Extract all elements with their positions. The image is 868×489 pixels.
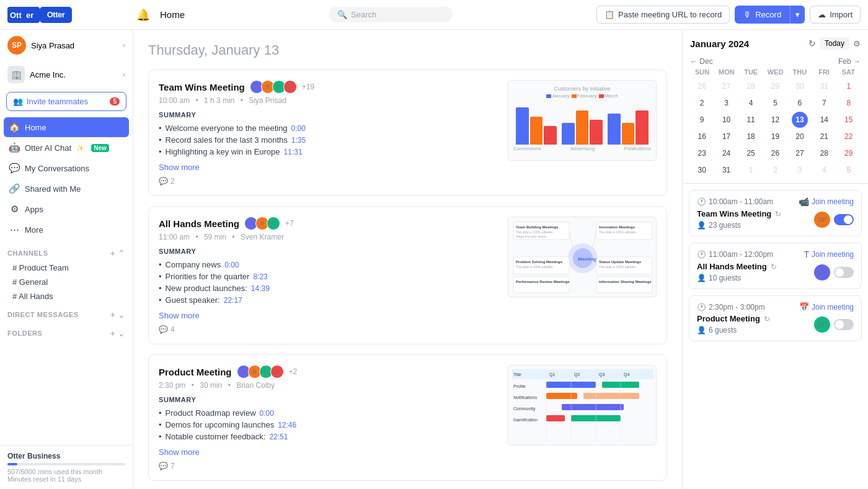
next-month-link[interactable]: Feb → (838, 57, 861, 66)
svg-text:Q1: Q1 (549, 372, 555, 377)
calendar-day[interactable]: 23 (694, 145, 710, 161)
calendar-day[interactable]: 9 (694, 112, 710, 128)
add-channel-button[interactable]: + (110, 248, 115, 258)
meeting-title-team-wins[interactable]: Team Wins Meeting (159, 82, 245, 92)
calendar-day[interactable]: 5 (767, 95, 783, 111)
calendar-day[interactable]: 29 (841, 145, 857, 161)
summary-item[interactable]: Company news 0:00 (159, 259, 498, 271)
calendar-day[interactable]: 28 (743, 78, 759, 94)
calendar-settings-button[interactable]: ⚙ (853, 39, 861, 48)
calendar-day[interactable]: 2 (767, 162, 783, 178)
bell-button[interactable]: 🔔 (136, 8, 150, 22)
summary-item[interactable]: New product launches: 14:39 (159, 282, 498, 294)
channel-product-team[interactable]: # Product Team (7, 261, 125, 275)
sidebar-org[interactable]: 🏢 Acme Inc. › (0, 61, 133, 88)
summary-item[interactable]: Notable customer feedback: 22:51 (159, 431, 498, 442)
calendar-day[interactable]: 3 (792, 162, 808, 178)
calendar-day[interactable]: 27 (719, 78, 735, 94)
calendar-refresh-button[interactable]: ↻ (808, 38, 816, 48)
join-meeting-link-all-hands[interactable]: T Join meeting (804, 249, 854, 259)
calendar-day[interactable]: 2 (694, 95, 710, 111)
schedule-event-all-hands: 🕐 11:00am - 12:00pm T Join meeting All H… (689, 243, 862, 289)
add-folder-button[interactable]: + (110, 328, 115, 338)
collapse-folders-button[interactable]: ⌄ (118, 328, 125, 338)
calendar-day[interactable]: 15 (841, 112, 857, 128)
calendar-day[interactable]: 29 (767, 78, 783, 94)
calendar-day[interactable]: 17 (719, 128, 735, 145)
channel-general[interactable]: # General (7, 275, 125, 289)
search-bar[interactable]: 🔍 Search (329, 7, 453, 22)
summary-item[interactable]: Priorities for the quarter 8:23 (159, 271, 498, 282)
toggle-all-hands[interactable] (834, 267, 854, 278)
calendar-day[interactable]: 18 (743, 128, 759, 145)
invite-teammates-button[interactable]: 👥 Invite teammates 5 (6, 92, 126, 111)
today-button[interactable]: Today (820, 37, 849, 50)
join-meeting-link-team-wins[interactable]: 📹 Join meeting (799, 197, 854, 207)
sidebar-item-apps[interactable]: ⚙ Apps (4, 199, 129, 219)
record-button[interactable]: 🎙 Record (735, 6, 790, 24)
calendar-day[interactable]: 14 (816, 112, 832, 128)
comment-icon: 💬 (159, 462, 168, 470)
calendar-day[interactable]: 13 (792, 112, 808, 128)
show-more-product[interactable]: Show more (159, 447, 200, 457)
meeting-title-all-hands[interactable]: All Hands Meeting (159, 218, 239, 229)
calendar-day[interactable]: 7 (816, 95, 832, 111)
prev-month-link[interactable]: ← Dec (690, 57, 713, 66)
calendar-day[interactable]: 22 (841, 128, 857, 145)
add-dm-button[interactable]: + (110, 310, 115, 320)
calendar-day[interactable]: 31 (719, 162, 735, 178)
meeting-title-product[interactable]: Product Meeting (159, 367, 232, 377)
calendar-day[interactable]: 26 (694, 78, 710, 94)
calendar-day[interactable]: 27 (792, 145, 808, 161)
channel-all-hands[interactable]: # All Hands (7, 289, 125, 303)
summary-item[interactable]: Record sales for the last 3 months 1:35 (159, 134, 498, 146)
calendar-day[interactable]: 4 (743, 95, 759, 111)
join-meeting-link-product[interactable]: 📅 Join meeting (799, 302, 854, 312)
calendar-day[interactable]: 10 (719, 112, 735, 128)
calendar-day[interactable]: 1 (841, 78, 857, 94)
summary-items-all-hands: Company news 0:00 Priorities for the qua… (159, 259, 498, 306)
collapse-channels-button[interactable]: ⌃ (118, 248, 125, 258)
summary-item[interactable]: Demos for upcoming launches 12:46 (159, 419, 498, 431)
sidebar-user[interactable]: SP Siya Prasad › (0, 30, 133, 61)
summary-item[interactable]: Product Roadmap review 0:00 (159, 407, 498, 419)
collapse-dm-button[interactable]: ⌄ (118, 310, 125, 320)
calendar-day[interactable]: 3 (719, 95, 735, 111)
toggle-team-wins[interactable] (834, 214, 854, 225)
calendar-day[interactable]: 4 (816, 162, 832, 178)
show-more-team-wins[interactable]: Show more (159, 163, 200, 172)
sidebar-item-my-conversations[interactable]: 💬 My Conversations (4, 158, 129, 178)
show-more-all-hands[interactable]: Show more (159, 311, 200, 320)
calendar-day[interactable]: 21 (816, 128, 832, 145)
calendar-day[interactable]: 30 (694, 162, 710, 178)
calendar-day[interactable]: 19 (767, 128, 783, 145)
toggle-product[interactable] (834, 319, 854, 330)
calendar-day[interactable]: 16 (694, 128, 710, 145)
logo[interactable]: O ‥ Ott er Otter (7, 6, 131, 24)
sidebar-item-more[interactable]: ⋯ More (4, 220, 129, 240)
calendar-day[interactable]: 11 (743, 112, 759, 128)
summary-item[interactable]: Welcome everyone to the meeting 0:00 (159, 122, 498, 134)
sidebar-item-shared-with-me[interactable]: 🔗 Shared with Me (4, 179, 129, 199)
calendar-day[interactable]: 30 (792, 78, 808, 94)
calendar-day[interactable]: 5 (841, 162, 857, 178)
calendar-day[interactable]: 28 (816, 145, 832, 161)
svg-text:Q2: Q2 (574, 372, 580, 377)
paste-url-button[interactable]: 📋 Paste meeting URL to record (596, 6, 730, 24)
calendar-day[interactable]: 24 (719, 145, 735, 161)
calendar-day[interactable]: 6 (792, 95, 808, 111)
calendar-day[interactable]: 26 (767, 145, 783, 161)
record-dropdown-button[interactable]: ▾ (790, 6, 805, 24)
calendar-day[interactable]: 1 (743, 162, 759, 178)
sidebar-item-home[interactable]: 🏠 Home (4, 117, 129, 137)
calendar-day[interactable]: 8 (841, 95, 857, 111)
svg-text:Adapt it to your needs...: Adapt it to your needs... (516, 235, 549, 238)
summary-item[interactable]: Guest speaker: 22:17 (159, 294, 498, 306)
calendar-day[interactable]: 12 (767, 112, 783, 128)
summary-item[interactable]: Highlighting a key win in Europe 11:31 (159, 146, 498, 158)
calendar-day[interactable]: 25 (743, 145, 759, 161)
sidebar-item-otter-ai-chat[interactable]: 🤖 Otter AI Chat ✨ New (4, 138, 129, 158)
calendar-day[interactable]: 31 (816, 78, 832, 94)
import-button[interactable]: ☁ Import (810, 6, 861, 24)
calendar-day[interactable]: 20 (792, 128, 808, 145)
